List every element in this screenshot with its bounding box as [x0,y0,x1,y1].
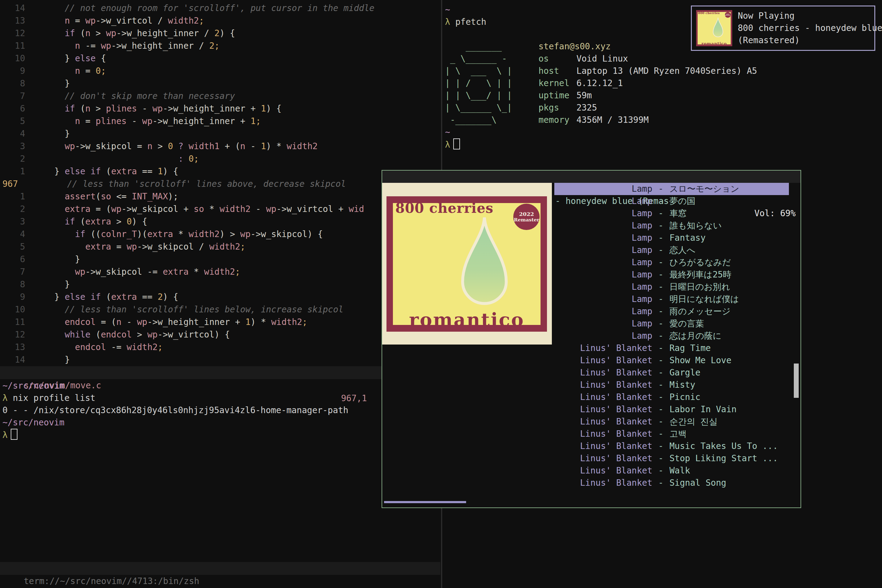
track-separator: - [652,220,669,232]
editor-line[interactable]: 9 } else if (extra == 2) { [0,291,441,303]
editor-line[interactable]: 8 } [0,77,441,90]
line-number: 14 [0,353,25,366]
album-artist: 800 cherries [698,11,719,15]
editor-line[interactable]: 6 } [0,253,441,266]
editor-line[interactable]: 6 if (n > plines - wp->w_height_inner + … [0,102,441,115]
code-text: if (extra > 0) { [34,215,147,228]
track-title: Stop Liking Start ... [669,452,789,465]
playlist-scrollbar-thumb[interactable] [794,363,799,398]
editor-line[interactable]: 4 if ((colnr_T)(extra * width2) > wp->w_… [0,228,441,240]
editor-line[interactable]: 7 wp->w_skipcol -= extra * width2; [0,266,441,278]
track-artist: Lamp [554,330,652,342]
editor-line[interactable]: 967 // less than 'scrolloff' lines above… [0,178,441,190]
line-number: 11 [0,316,25,328]
track-title: 最終列車は25時 [669,268,789,281]
playlist-row[interactable]: Linus' Blanket-Misty [554,379,789,391]
embedded-terminal[interactable]: ~/src/neovimλ nix profile list0 - - /nix… [3,380,440,441]
shell-prompt-row[interactable]: λ [445,138,757,151]
track-separator: - [652,244,669,256]
playlist-row[interactable]: Lamp-恋人へ [554,244,789,256]
playlist-row[interactable]: Lamp-愛の言葉 [554,318,789,330]
editor-line[interactable]: 2 : 0; [0,153,441,165]
code-text: } [34,128,70,140]
playback-progress-bar[interactable] [384,501,466,503]
player-titlebar[interactable]: [Playing] herries - honeydew blue (Remas… [382,171,801,183]
playlist-row[interactable]: Linus' Blanket-Show Me Love [554,354,789,367]
editor-line[interactable]: 2 extra = (wp->w_skipcol + so * width2 -… [0,203,441,215]
void-linux-ascii-logo: _______ _ \______ - | \ ___ \ | | | / \ … [445,40,512,126]
track-title: Gargle [669,367,789,379]
editor-line[interactable]: 14 } [0,353,441,366]
editor-area[interactable]: 14 // not enough room for 'scrolloff', p… [0,0,441,366]
playlist[interactable]: Lamp-スロ〜モ〜ションLamp-夢の国Lamp-車窓Lamp-誰も知らないL… [554,183,789,489]
playlist-row[interactable]: Linus' Blanket-Labor In Vain [554,404,789,416]
editor-line[interactable]: 13 n = wp->w_virtcol / width2; [0,14,441,27]
editor-line[interactable]: 8 } [0,278,441,291]
track-artist: Linus' Blanket [554,477,652,489]
code-text: } [34,253,80,266]
track-separator: - [652,281,669,293]
playlist-row[interactable]: Lamp-最終列車は25時 [554,268,789,281]
editor-line[interactable]: 10 // less than 'scrolloff' lines below,… [0,303,441,316]
track-separator: - [652,318,669,330]
editor-line[interactable]: 7 // don't skip more than necessary [0,90,441,102]
playlist-row[interactable]: Lamp-Fantasy [554,232,789,244]
playlist-row[interactable]: Linus' Blanket-Stop Liking Start ... [554,452,789,465]
editor-line[interactable]: 11 n -= wp->w_height_inner / 2; [0,39,441,52]
now-playing-notification[interactable]: 800 cherries 2022 Remaster romantico Now… [691,6,875,51]
editor-line[interactable]: 12 if (n > wp->w_height_inner / 2) { [0,27,441,39]
playlist-row[interactable]: Lamp-車窓 [554,207,789,220]
playlist-row[interactable]: Linus' Blanket-Signal Song [554,477,789,489]
code-text: wp->w_skipcol -= extra * width2; [34,266,240,278]
editor-line[interactable]: 13 endcol -= width2; [0,341,441,353]
editor-line[interactable]: 4 } [0,128,441,140]
music-player-window[interactable]: [Playing] herries - honeydew blue (Remas… [382,170,801,508]
playlist-row[interactable]: Lamp-ひろがるなみだ [554,256,789,268]
playlist-row[interactable]: Lamp-明日になれば僕は [554,293,789,305]
editor-line[interactable]: 1 assert(so <= INT_MAX); [0,190,441,203]
album-cover-mini: 800 cherries 2022 Remaster romantico [696,10,732,46]
editor-line[interactable]: 5 extra = wp->w_skipcol / width2; [0,240,441,253]
track-title: 고백 [669,428,789,440]
track-title: 愛の言葉 [669,318,789,330]
code-text: n = plines - wp->w_height_inner + 1; [34,115,261,128]
editor-line[interactable]: 5 n = plines - wp->w_height_inner + 1; [0,115,441,128]
editor-line[interactable]: 9 n = 0; [0,64,441,77]
shell-row[interactable]: λ [3,429,440,441]
playlist-row[interactable]: Lamp-夢の国 [554,195,789,207]
line-number: 3 [0,140,25,153]
playlist-row[interactable]: Linus' Blanket-순간의 진실 [554,416,789,428]
code-text: } else if (extra == 2) { [34,291,178,303]
editor-line[interactable]: 1 } else if (extra == 1) { [0,165,441,178]
playlist-row[interactable]: Linus' Blanket-Walk [554,465,789,477]
playlist-row[interactable]: Linus' Blanket-Rag Time [554,342,789,354]
track-title: Music Takes Us To ... [669,440,789,452]
editor-line[interactable]: 10 } else { [0,52,441,64]
editor-line[interactable]: 3 if (extra > 0) { [0,215,441,228]
editor-line[interactable]: 14 // not enough room for 'scrolloff', p… [0,2,441,14]
line-number: 1 [0,165,25,178]
album-cover: 800 cherries 2022 Remaster romantico [387,196,547,332]
editor-line[interactable]: 3 wp->w_skipcol = n > 0 ? width1 + (n - … [0,140,441,153]
playlist-row[interactable]: Linus' Blanket-Gargle [554,367,789,379]
pfetch-info: stefan@s00.xyz osVoid LinuxhostLaptop 13… [538,40,757,126]
playlist-row[interactable]: Lamp-スロ〜モ〜ション [554,183,789,195]
line-number: 4 [0,128,25,140]
track-title: 日曜日のお別れ [669,281,789,293]
pfetch-info-row: uptime59m [538,89,757,102]
editor-line[interactable]: 12 while (endcol > wp->w_virtcol) { [0,328,441,341]
track-artist: Linus' Blanket [554,391,652,404]
nvim-left-pane[interactable]: 14 // not enough room for 'scrolloff', p… [0,0,441,588]
playlist-row[interactable]: Linus' Blanket-Music Takes Us To ... [554,440,789,452]
playlist-row[interactable]: Lamp-誰も知らない [554,220,789,232]
track-separator: - [652,428,669,440]
editor-line[interactable]: 11 endcol = (n - wp->w_height_inner + 1)… [0,316,441,328]
line-number: 967 [0,178,28,190]
playlist-row[interactable]: Lamp-日曜日のお別れ [554,281,789,293]
playlist-row[interactable]: Lamp-恋は月の蔭に [554,330,789,342]
code-text: endcol = (n - wp->w_height_inner + 1) * … [34,316,308,328]
playlist-row[interactable]: Linus' Blanket-Picnic [554,391,789,404]
playlist-row[interactable]: Linus' Blanket-고백 [554,428,789,440]
playlist-row[interactable]: Lamp-雨のメッセージ [554,305,789,318]
shell-row: λ nix profile list [3,392,440,404]
